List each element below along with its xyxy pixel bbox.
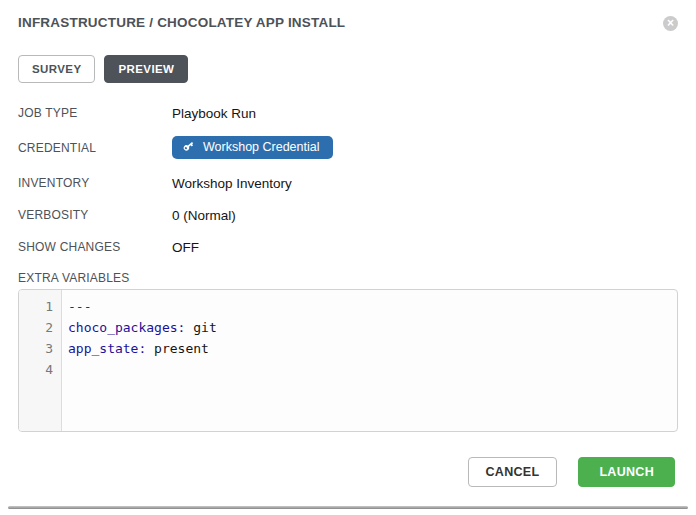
tab-preview[interactable]: PREVIEW <box>104 55 188 83</box>
verbosity-value: 0 (Normal) <box>172 208 236 223</box>
job-type-label: JOB TYPE <box>18 106 172 120</box>
code-line: --- <box>68 296 677 317</box>
row-credential: CREDENTIAL Workshop Credential <box>18 136 678 159</box>
modal-title: INFRASTRUCTURE / CHOCOLATEY APP INSTALL <box>18 15 345 30</box>
yaml-key: choco_packages: <box>68 320 185 335</box>
cancel-button[interactable]: CANCEL <box>468 457 558 487</box>
code-line: choco_packages: git <box>68 317 677 338</box>
inventory-label: INVENTORY <box>18 176 172 190</box>
row-job-type: JOB TYPE Playbook Run <box>18 104 678 122</box>
line-number: 4 <box>19 359 61 380</box>
tab-bar: SURVEY PREVIEW <box>18 55 678 83</box>
verbosity-label: VERBOSITY <box>18 208 172 222</box>
line-number: 2 <box>19 317 61 338</box>
row-inventory: INVENTORY Workshop Inventory <box>18 174 678 192</box>
editor-line-number-gutter: 1 2 3 4 <box>19 290 62 431</box>
job-type-value: Playbook Run <box>172 106 256 121</box>
editor-code-area[interactable]: --- choco_packages: git app_state: prese… <box>62 290 677 431</box>
launch-button[interactable]: LAUNCH <box>578 457 675 487</box>
credential-label: CREDENTIAL <box>18 141 172 155</box>
credential-badge-label: Workshop Credential <box>203 140 320 154</box>
page-bottom-edge <box>8 506 688 509</box>
show-changes-label: SHOW CHANGES <box>18 240 172 254</box>
key-icon <box>183 141 195 153</box>
line-number: 1 <box>19 296 61 317</box>
row-verbosity: VERBOSITY 0 (Normal) <box>18 206 678 224</box>
code-line: app_state: present <box>68 338 677 359</box>
extra-variables-label: EXTRA VARIABLES <box>18 271 678 285</box>
modal-header: INFRASTRUCTURE / CHOCOLATEY APP INSTALL … <box>18 15 678 33</box>
extra-variables-editor[interactable]: 1 2 3 4 --- choco_packages: git app_stat… <box>18 289 678 432</box>
tab-survey[interactable]: SURVEY <box>18 55 95 83</box>
line-number: 3 <box>19 338 61 359</box>
credential-badge: Workshop Credential <box>172 136 333 159</box>
yaml-key: app_state: <box>68 341 146 356</box>
show-changes-value: OFF <box>172 240 199 255</box>
modal-footer: CANCEL LAUNCH <box>18 457 678 487</box>
yaml-doc-separator: --- <box>68 299 91 314</box>
code-line <box>68 359 677 380</box>
inventory-value: Workshop Inventory <box>172 176 292 191</box>
yaml-value: git <box>185 320 216 335</box>
row-show-changes: SHOW CHANGES OFF <box>18 238 678 256</box>
launch-preview-modal: INFRASTRUCTURE / CHOCOLATEY APP INSTALL … <box>0 0 696 487</box>
close-icon[interactable]: × <box>663 16 678 31</box>
yaml-value: present <box>146 341 209 356</box>
job-details: JOB TYPE Playbook Run CREDENTIAL Worksho… <box>18 104 678 256</box>
